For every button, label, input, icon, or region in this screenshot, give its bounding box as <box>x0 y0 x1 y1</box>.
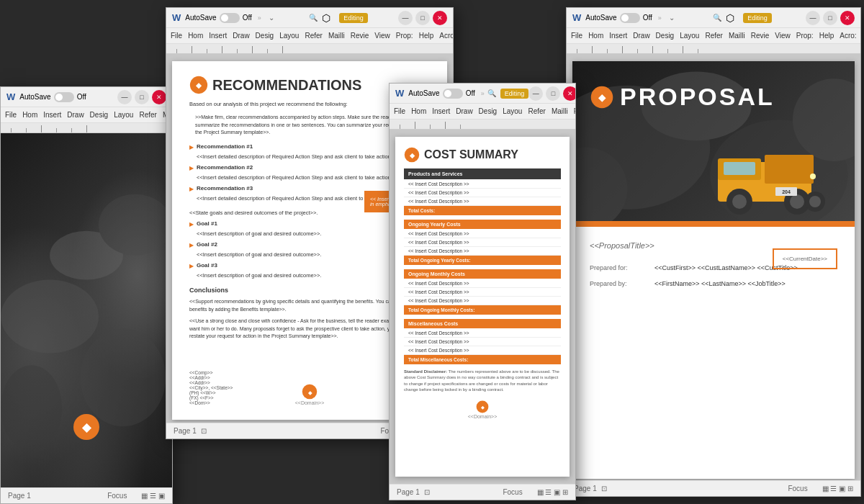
menu-help-2[interactable]: Help <box>419 32 434 40</box>
svg-text:◆: ◆ <box>598 92 606 103</box>
menu-insert-1[interactable]: Insert <box>43 111 61 119</box>
word-window-3[interactable]: W AutoSave Off » 🔍 Editing — □ ✕ File Ho… <box>389 83 576 500</box>
menu-draw-4[interactable]: Draw <box>633 32 649 40</box>
menu-draw-2[interactable]: Draw <box>233 32 249 40</box>
cost-row1-3: << Insert Cost Description >> <box>404 197 561 206</box>
menu-desig-3[interactable]: Desig <box>479 107 498 115</box>
minimize-btn-4[interactable]: — <box>806 11 820 25</box>
autosave-toggle-4[interactable] <box>620 13 640 23</box>
menu-file-1[interactable]: File <box>5 111 17 119</box>
focus-btn-3[interactable]: Focus <box>503 488 522 496</box>
autosave-off-2: Off <box>243 14 252 22</box>
menu-file-2[interactable]: File <box>171 32 182 40</box>
cost-total2: Total Ongoing Yearly Costs: <box>404 256 561 265</box>
autosave-label-4: AutoSave <box>585 14 616 22</box>
prepared-by-label: Prepared by: <box>590 280 647 287</box>
window-controls-3: — □ ✕ <box>528 86 576 101</box>
menu-mailli-2[interactable]: Mailli <box>328 32 345 40</box>
cost-row3-3: << Insert Cost Description >> <box>404 297 561 305</box>
doc-page-3: ◆ COST SUMMARY Products and Services << … <box>395 137 570 477</box>
menu-refer-4[interactable]: Refer <box>705 32 722 40</box>
focus-btn-1[interactable]: Focus <box>107 492 127 500</box>
view-icons-1: ▦ ☰ ▣ <box>141 492 165 500</box>
menu-view-2[interactable]: View <box>374 32 390 40</box>
menu-mailli-4[interactable]: Mailli <box>729 32 745 40</box>
menu-layou-3[interactable]: Layou <box>503 107 522 115</box>
close-btn-2[interactable]: ✕ <box>433 11 447 25</box>
menu-home-1[interactable]: Hom <box>22 111 37 119</box>
word-window-1[interactable]: W AutoSave Off — □ ✕ File Hom Insert Dra… <box>0 86 173 504</box>
menu-insert-3[interactable]: Insert <box>432 107 450 115</box>
cost-domain: <<Domain>> <box>404 414 561 419</box>
close-btn-4[interactable]: ✕ <box>840 11 855 25</box>
conclusion2-text: <<Use a strong close and close with conf… <box>189 318 422 338</box>
maximize-btn-2[interactable]: □ <box>415 11 430 25</box>
menu-layou-1[interactable]: Layou <box>114 111 133 119</box>
menu-desig-2[interactable]: Desig <box>256 32 274 40</box>
menu-desig-4[interactable]: Desig <box>656 32 675 40</box>
cost-disclaimer: Standard Disclaimer: The numbers represe… <box>404 369 561 393</box>
menu-acro-2[interactable]: Acro: <box>439 32 454 40</box>
rec2-detail: <<Insert detailed description of Require… <box>197 174 397 181</box>
cost-bottom-logo-icon: ◆ <box>476 400 489 413</box>
menu-layou-4[interactable]: Layou <box>680 32 699 40</box>
maximize-btn-1[interactable]: □ <box>135 90 149 104</box>
menu-home-3[interactable]: Hom <box>411 107 426 115</box>
menu-help-4[interactable]: Help <box>819 32 834 40</box>
proposal-title-group: ◆ PROPOSAL <box>590 83 775 111</box>
minimize-btn-2[interactable]: — <box>398 11 413 25</box>
maximize-btn-3[interactable]: □ <box>546 86 560 101</box>
menu-prop-2[interactable]: Prop: <box>396 32 413 40</box>
focus-btn-4[interactable]: Focus <box>788 485 807 492</box>
menu-file-3[interactable]: File <box>394 107 405 115</box>
thumbnail-icon-4: ⊡ <box>601 485 607 492</box>
autosave-group-1: AutoSave Off <box>19 92 86 102</box>
word-window-4[interactable]: W AutoSave Off » ⌄ 🔍 ⬡ Editing — □ ✕ Fil… <box>566 7 861 497</box>
rec2-label: Recommendation #2 <box>197 163 397 172</box>
svg-text:◆: ◆ <box>307 389 312 395</box>
date-placeholder: <<CurrentDate>> <box>783 256 827 262</box>
svg-text:◆: ◆ <box>480 405 485 410</box>
autosave-toggle-3[interactable] <box>443 89 463 99</box>
goal1-label: Goal #1 <box>197 220 321 228</box>
cost-total3: Total Ongoing Monthly Costs: <box>404 305 561 315</box>
view-icons-4: ▦ ☰ ▣ ⊞ <box>822 485 853 492</box>
goal3-label: Goal #3 <box>197 261 321 270</box>
title-bar-4: W AutoSave Off » ⌄ 🔍 ⬡ Editing — □ ✕ <box>567 8 860 28</box>
menu-home-2[interactable]: Hom <box>188 32 203 40</box>
menu-refer-2[interactable]: Refer <box>305 32 322 40</box>
maximize-btn-4[interactable]: □ <box>823 11 837 25</box>
menu-refer-1[interactable]: Refer <box>139 111 156 119</box>
page-label-1: Page 1 <box>8 492 31 500</box>
menu-mailli-3[interactable]: Mailli <box>552 107 568 115</box>
menu-file-4[interactable]: File <box>571 32 582 40</box>
menu-draw-3[interactable]: Draw <box>456 107 472 115</box>
menu-revie-2[interactable]: Revie <box>351 32 369 40</box>
menu-desig-1[interactable]: Desig <box>90 111 109 119</box>
close-btn-3[interactable]: ✕ <box>563 86 576 101</box>
rec1-label: Recommendation #1 <box>197 143 397 151</box>
svg-point-25 <box>732 194 747 209</box>
menu-draw-1[interactable]: Draw <box>67 111 84 119</box>
prepared-by-value: <<FirstName>> <<LastName>> <<JobTitle>> <box>654 280 786 287</box>
menu-revie-3[interactable]: Revie <box>574 107 576 115</box>
autosave-toggle-2[interactable] <box>220 13 240 23</box>
menu-insert-4[interactable]: Insert <box>609 32 627 40</box>
autosave-toggle-1[interactable] <box>54 92 74 102</box>
goal2-triangle: ▶ <box>189 241 194 250</box>
menu-view-4[interactable]: View <box>775 32 791 40</box>
menu-layou-2[interactable]: Layou <box>279 32 299 40</box>
cost-row1-2: << Insert Cost Description >> <box>404 189 561 197</box>
close-btn-1[interactable]: ✕ <box>152 90 166 104</box>
minimize-btn-3[interactable]: — <box>528 86 543 101</box>
cost-row1-1: << Insert Cost Description >> <box>404 180 561 189</box>
menu-insert-2[interactable]: Insert <box>209 32 227 40</box>
disclaimer-label: Standard Disclaimer: <box>404 369 447 374</box>
menu-revie-4[interactable]: Revie <box>751 32 770 40</box>
autosave-off-4: Off <box>643 14 652 22</box>
menu-home-4[interactable]: Hom <box>588 32 603 40</box>
menu-acro-4[interactable]: Acro: <box>840 32 856 40</box>
menu-refer-3[interactable]: Refer <box>528 107 545 115</box>
minimize-btn-1[interactable]: — <box>117 90 132 104</box>
menu-prop-4[interactable]: Prop: <box>796 32 814 40</box>
